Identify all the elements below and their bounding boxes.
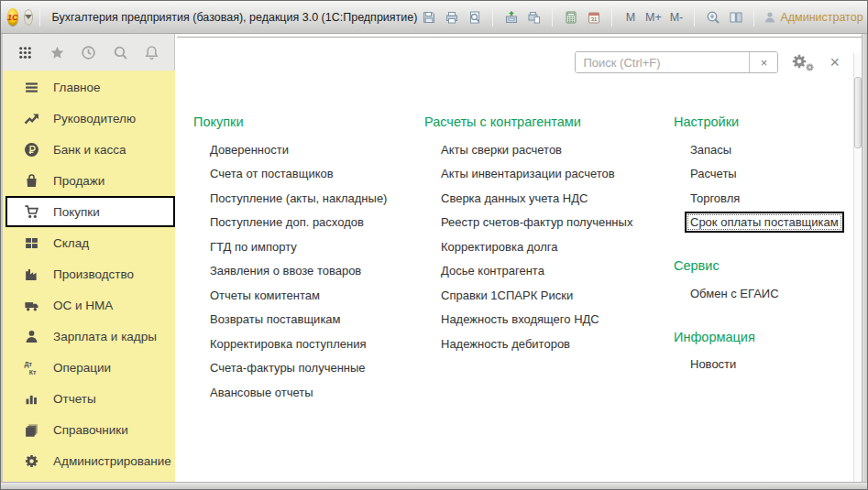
panel-section: СервисОбмен с ЕГАИС — [674, 258, 862, 306]
panel-link[interactable]: Доверенности — [210, 143, 289, 157]
ruble-icon — [24, 142, 39, 158]
panel-link[interactable]: Расчеты — [690, 167, 737, 180]
notifications-button[interactable] — [144, 45, 159, 60]
panel-link[interactable]: ГТД по импорту — [210, 240, 297, 254]
bag-icon — [24, 173, 39, 189]
panel-link[interactable]: Надежность входящего НДС — [441, 312, 599, 326]
panel-link[interactable]: Сверка данных учета НДС — [441, 191, 588, 205]
panel-link[interactable]: Надежность дебиторов — [441, 337, 570, 351]
panel-section: Расчеты с контрагентамиАкты сверки расче… — [424, 114, 674, 356]
dtkt-icon: ДтКт — [24, 360, 39, 376]
search-clear-button[interactable]: × — [749, 52, 777, 72]
panel-link[interactable]: Срок оплаты поставщикам — [685, 212, 844, 233]
history-icon — [81, 45, 96, 60]
sidebar-item-label: ОС и НМА — [53, 299, 113, 312]
panel-link[interactable]: Справки 1СПАРК Риски — [441, 289, 573, 302]
divider — [753, 8, 754, 27]
trend-icon — [24, 111, 39, 126]
panel-link[interactable]: Возвраты поставщикам — [210, 312, 341, 326]
history-button[interactable] — [81, 45, 96, 60]
panel-link[interactable]: Новости — [690, 357, 736, 371]
1c-logo-icon: 1С — [7, 8, 18, 26]
load-file-icon — [504, 10, 519, 25]
print-icon — [445, 10, 459, 25]
svg-text:31: 31 — [591, 16, 598, 21]
scrollbar[interactable] — [853, 53, 862, 482]
sidebar-item-chart[interactable]: Отчеты — [3, 383, 175, 414]
panel-link[interactable]: Запасы — [690, 143, 731, 157]
panel-link[interactable]: Реестр счетов-фактур полученных — [441, 215, 632, 229]
panel-link-row: Срок оплаты поставщикам — [674, 211, 862, 235]
sidebar-item-gear[interactable]: Администрирование — [3, 445, 175, 476]
sidebar-item-cart[interactable]: Покупки — [5, 196, 175, 227]
print-button[interactable] — [440, 6, 463, 28]
panel-link[interactable]: Заявления о ввозе товаров — [210, 264, 361, 278]
current-user[interactable]: Администратор — [763, 10, 863, 25]
panel-link[interactable]: Акты сверки расчетов — [441, 143, 562, 157]
load-file-button[interactable] — [500, 6, 522, 28]
search-input[interactable] — [576, 52, 749, 72]
panel-link[interactable]: Корректировка долга — [441, 240, 558, 254]
sidebar-item-menu[interactable]: Главное — [3, 71, 175, 103]
panel-link[interactable]: Корректировка поступления — [210, 337, 366, 351]
panel-settings-button[interactable] — [791, 53, 815, 71]
calendar-button[interactable]: 31 — [582, 6, 605, 28]
panel-link[interactable]: Отчеты комитентам — [210, 289, 320, 302]
chevron-down-icon — [25, 15, 32, 19]
sidebar-item-person[interactable]: Зарплата и кадры — [3, 321, 175, 352]
sidebar-item-label: Главное — [53, 81, 101, 94]
panel-section: ИнформацияНовости — [674, 330, 862, 377]
panel-link-row: Акты сверки расчетов — [424, 137, 674, 162]
sidebar-item-truck[interactable]: ОС и НМА — [3, 289, 175, 321]
zoom-button[interactable] — [701, 6, 724, 28]
apps-button[interactable] — [17, 45, 33, 60]
menu-icon — [24, 80, 39, 95]
panel-link[interactable]: Поступление доп. расходов — [210, 215, 364, 229]
user-icon — [763, 10, 777, 25]
split-window-button[interactable] — [724, 6, 747, 28]
panel-close-button[interactable]: × — [828, 54, 841, 71]
link-columns: ПокупкиДоверенностиСчета от поставщиковП… — [175, 34, 862, 405]
panel-link-row: ГТД по импорту — [193, 234, 424, 259]
memory-minus-button[interactable]: M- — [665, 6, 687, 28]
calculator-button[interactable] — [559, 6, 582, 28]
panel-link[interactable]: Обмен с ЕГАИС — [690, 287, 779, 300]
save-button[interactable] — [417, 6, 440, 28]
sidebar-item-label: Руководителю — [53, 112, 136, 125]
panel-link[interactable]: Поступление (акты, накладные) — [210, 191, 387, 205]
sidebar: ГлавноеРуководителюБанк и кассаПродажиПо… — [1, 34, 175, 482]
section-header: Расчеты с контрагентами — [424, 114, 674, 129]
panel-link[interactable]: Досье контрагента — [441, 264, 544, 278]
save-icon — [422, 10, 436, 25]
sidebar-item-ruble[interactable]: Банк и касса — [3, 134, 175, 165]
divider — [492, 8, 493, 27]
search-box: × — [575, 51, 778, 73]
favorites-button[interactable] — [49, 45, 65, 60]
sidebar-item-dtkt[interactable]: ДтКтОперации — [3, 352, 175, 383]
memory-recall-button[interactable]: M — [619, 6, 642, 28]
memory-plus-button[interactable]: M+ — [642, 6, 665, 28]
sidebar-item-bag[interactable]: Продажи — [3, 165, 175, 196]
system-menu-button[interactable] — [24, 9, 33, 26]
window-title: Бухгалтерия предприятия (базовая), редак… — [52, 11, 418, 24]
sidebar-item-label: Отчеты — [53, 392, 96, 406]
panel-link-row: Корректировка поступления — [193, 332, 424, 356]
panel-link-row: Счета-фактуры полученные — [193, 356, 424, 381]
clear-x-icon: × — [761, 56, 768, 70]
sidebar-item-books[interactable]: Справочники — [3, 414, 175, 445]
panel-link-row: Досье контрагента — [424, 259, 674, 284]
panel-link[interactable]: Торговля — [690, 191, 740, 205]
print-preview-button[interactable] — [463, 6, 486, 28]
titlebar: 1С Бухгалтерия предприятия (базовая), ре… — [1, 1, 867, 34]
sidebar-item-warehouse[interactable]: Склад — [3, 227, 175, 258]
panel-link[interactable]: Счета-фактуры полученные — [210, 361, 366, 375]
scrollbar-thumb[interactable] — [854, 77, 862, 148]
panel-link[interactable]: Авансовые отчеты — [210, 386, 313, 399]
sidebar-item-trend[interactable]: Руководителю — [3, 103, 175, 134]
panel-link-row: Сверка данных учета НДС — [424, 186, 674, 211]
panel-link[interactable]: Акты инвентаризации расчетов — [441, 167, 615, 180]
search-button[interactable] — [113, 45, 128, 60]
print-file-button[interactable] — [522, 6, 545, 28]
sidebar-item-factory[interactable]: Производство — [3, 258, 175, 289]
panel-link[interactable]: Счета от поставщиков — [210, 167, 334, 180]
